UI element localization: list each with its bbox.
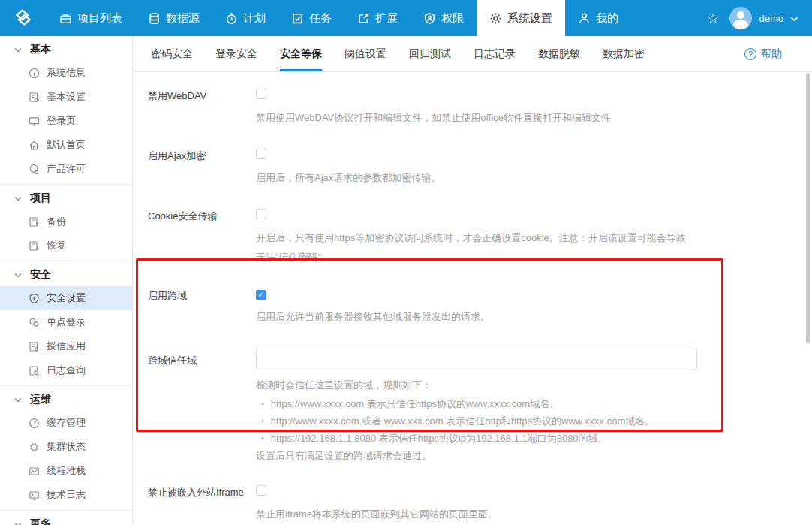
sidebar-item-basic-settings[interactable]: 基本设置	[0, 85, 132, 109]
setting-label: 启用Ajax加密	[148, 149, 256, 188]
nav-item-label: 扩展	[375, 11, 398, 26]
cors-trusted-domains-input[interactable]	[256, 348, 697, 370]
tab-label: 数据脱敏	[538, 47, 580, 61]
tab-label: 回归测试	[409, 47, 451, 61]
settings-sidebar: 基本 系统信息 基本设置 登录页 默认首页 产品许可	[0, 36, 133, 525]
tab-label: 安全等保	[280, 47, 322, 61]
nav-item-project-list[interactable]: 项目列表	[47, 0, 135, 36]
user-name: demo	[759, 13, 783, 24]
rule-text: https://www.xxxx.com 表示只信任https协议的www.xx…	[271, 395, 559, 412]
sidebar-item-cache-management[interactable]: 缓存管理	[0, 411, 132, 435]
sidebar-item-label: 日志查询	[47, 364, 86, 377]
sidebar-section-more-header[interactable]: 更多	[0, 513, 132, 525]
setting-description: 禁用使用WebDAV协议打开和编辑文件，如禁止使用office软件直接打开和编辑…	[256, 108, 695, 128]
clipboard-check-icon	[291, 12, 304, 25]
sidebar-item-label: 产品许可	[47, 162, 86, 176]
nav-item-mine[interactable]: 我的	[565, 0, 631, 36]
sidebar-item-system-info[interactable]: 系统信息	[0, 61, 132, 85]
top-navbar: 项目列表 数据源 计划	[0, 0, 812, 36]
chevron-down-icon	[14, 196, 22, 201]
cookie-secure-checkbox[interactable]	[256, 209, 266, 219]
bullet-icon: •	[261, 430, 264, 447]
sidebar-item-label: 安全设置	[47, 291, 86, 305]
nav-item-datasource[interactable]: 数据源	[135, 0, 212, 36]
rule-list: •https://www.xxxx.com 表示只信任https协议的www.x…	[256, 395, 721, 447]
favorite-star-icon[interactable]: ☆	[696, 0, 729, 36]
sidebar-section-ops-header[interactable]: 运维	[0, 388, 132, 411]
disable-webdav-checkbox[interactable]	[256, 89, 266, 99]
tab-regression-test[interactable]: 回归测试	[409, 36, 451, 71]
tab-data-masking[interactable]: 数据脱敏	[538, 36, 580, 71]
sidebar-item-thread-stack[interactable]: 线程堆栈	[0, 459, 132, 483]
setting-row-cookie-secure: Cookie安全传输 开启后，只有使用https等加密协议访问系统时，才会正确设…	[148, 209, 812, 267]
document-seal-icon	[29, 341, 40, 352]
sidebar-item-label: 默认首页	[47, 138, 86, 152]
sidebar-item-label: 备份	[47, 215, 66, 228]
vertical-scrollbar[interactable]	[806, 73, 810, 343]
tab-security-compliance[interactable]: 安全等保	[280, 36, 322, 71]
nav-item-permissions[interactable]: 权限	[411, 0, 477, 36]
setting-label: 禁止被嵌入外站Iframe	[148, 485, 256, 524]
nav-item-tasks[interactable]: 任务	[278, 0, 344, 36]
sidebar-item-backup[interactable]: 备份	[0, 210, 132, 234]
nav-item-label: 任务	[309, 11, 332, 26]
sidebar-item-single-sign-on[interactable]: 单点登录	[0, 310, 132, 334]
sidebar-section-more: 更多	[0, 510, 132, 525]
nav-item-plan[interactable]: 计划	[212, 0, 278, 36]
sidebar-item-security-settings[interactable]: 安全设置	[0, 286, 132, 310]
nav-item-extensions[interactable]: 扩展	[344, 0, 411, 36]
sidebar-section-project-header[interactable]: 项目	[0, 187, 132, 210]
tab-data-encryption[interactable]: 数据加密	[603, 36, 645, 71]
shield-plus-icon	[29, 293, 40, 304]
sidebar-item-label: 缓存管理	[47, 416, 86, 430]
person-icon	[578, 12, 591, 25]
question-circle-icon: ?	[744, 48, 756, 60]
nav-item-system-settings[interactable]: 系统设置	[477, 0, 565, 36]
setting-row-ajax-encryption: 启用Ajax加密 启用后，所有Ajax请求的参数都加密传输。	[148, 149, 812, 188]
tab-login-security[interactable]: 登录安全	[215, 36, 257, 71]
sidebar-item-label: 单点登录	[47, 315, 86, 329]
enable-cors-checkbox[interactable]: ✓	[256, 290, 266, 300]
sidebar-item-label: 恢复	[47, 239, 66, 252]
bullet-icon: •	[261, 395, 264, 412]
extension-icon	[357, 12, 370, 25]
setting-description: 开启后，只有使用https等加密协议访问系统时，才会正确设置cookie。注意：…	[256, 228, 695, 267]
settings-form: 禁用WebDAV 禁用使用WebDAV协议打开和编辑文件，如禁止使用office…	[134, 72, 812, 525]
sidebar-item-label: 授信应用	[47, 339, 86, 353]
nav-item-label: 计划	[243, 11, 266, 26]
help-link[interactable]: ? 帮助	[744, 36, 782, 71]
sidebar-item-tech-log[interactable]: 技术日志	[0, 483, 132, 507]
tab-threshold-settings[interactable]: 阈值设置	[344, 36, 386, 71]
sidebar-item-default-home[interactable]: 默认首页	[0, 133, 132, 157]
nav-item-label: 项目列表	[77, 11, 122, 26]
app-logo[interactable]	[0, 0, 47, 36]
star-glyph: ☆	[706, 10, 719, 27]
sidebar-item-label: 登录页	[47, 114, 76, 128]
sidebar-item-trusted-apps[interactable]: 授信应用	[0, 334, 132, 358]
setting-description: 启用后允许当前服务器接收其他域服务器发出的请求。	[256, 307, 695, 327]
rule-text: https://192.168.1.1:8080 表示信任https协议ip为1…	[271, 430, 608, 447]
chevron-down-icon	[14, 522, 22, 525]
nav-item-label: 系统设置	[507, 11, 552, 26]
tab-password-security[interactable]: 密码安全	[151, 36, 193, 71]
tab-label: 阈值设置	[344, 47, 386, 61]
monitor-icon	[29, 116, 40, 127]
sidebar-section-basic-header[interactable]: 基本	[0, 38, 132, 61]
setting-description: 检测时会信任这里设置的域，规则如下：	[256, 376, 721, 394]
chevron-down-icon	[14, 397, 22, 403]
sidebar-section-security-header[interactable]: 安全	[0, 264, 132, 286]
deny-iframe-checkbox[interactable]	[256, 485, 266, 496]
tab-log-record[interactable]: 日志记录	[474, 36, 516, 71]
sidebar-item-login-page[interactable]: 登录页	[0, 109, 132, 133]
tab-label: 日志记录	[474, 47, 516, 61]
sidebar-section-project: 项目 备份 恢复	[0, 184, 132, 261]
sidebar-item-cluster-status[interactable]: 集群状态	[0, 435, 132, 459]
sidebar-item-restore[interactable]: 恢复	[0, 234, 132, 258]
setting-description: 启用后，所有Ajax请求的参数都加密传输。	[256, 168, 695, 188]
sidebar-item-product-license[interactable]: 产品许可	[0, 157, 132, 181]
section-title: 安全	[30, 268, 51, 282]
setting-row-deny-iframe: 禁止被嵌入外站Iframe 禁止用iframe将本系统的页面嵌到其它网站的页面里…	[148, 485, 812, 524]
sidebar-item-log-query[interactable]: 日志查询	[0, 358, 132, 382]
ajax-encryption-checkbox[interactable]	[256, 149, 266, 159]
user-menu[interactable]: demo	[729, 0, 812, 36]
